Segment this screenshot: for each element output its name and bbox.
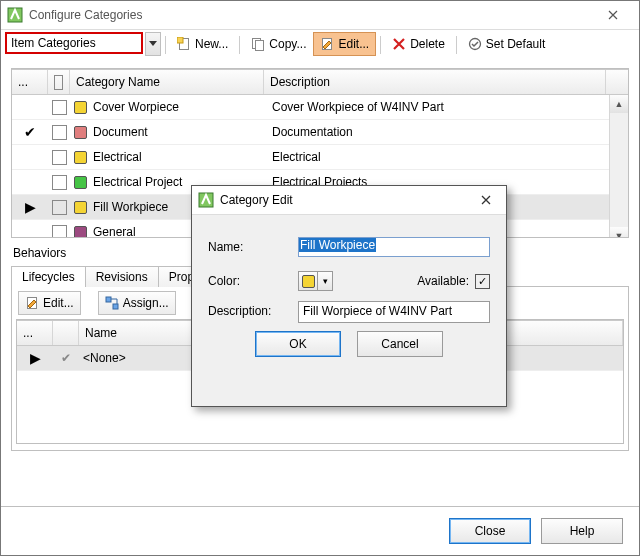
modal-titlebar: Category Edit: [192, 186, 506, 215]
tab-lifecycles[interactable]: Lifecycles: [11, 266, 86, 287]
description-input[interactable]: Fill Worpiece of W4INV Part: [298, 301, 490, 323]
name-label: Name:: [208, 240, 298, 254]
app-icon: [198, 192, 214, 208]
available-checkbox[interactable]: ✓: [475, 274, 490, 289]
ok-button[interactable]: OK: [255, 331, 341, 357]
color-picker[interactable]: ▾: [298, 271, 333, 291]
color-swatch-icon: [302, 275, 315, 288]
modal-close-button[interactable]: [472, 189, 500, 211]
color-label: Color:: [208, 274, 298, 288]
modal-title: Category Edit: [220, 193, 472, 207]
available-label: Available:: [417, 274, 469, 288]
description-label: Description:: [208, 301, 298, 318]
chevron-down-icon: ▾: [318, 271, 333, 291]
cancel-button[interactable]: Cancel: [357, 331, 443, 357]
configure-categories-window: Configure Categories Item Categories New…: [0, 0, 640, 556]
category-edit-dialog: Category Edit Name: Fill Workpiece Color…: [191, 185, 507, 407]
name-input[interactable]: Fill Workpiece: [298, 237, 490, 257]
